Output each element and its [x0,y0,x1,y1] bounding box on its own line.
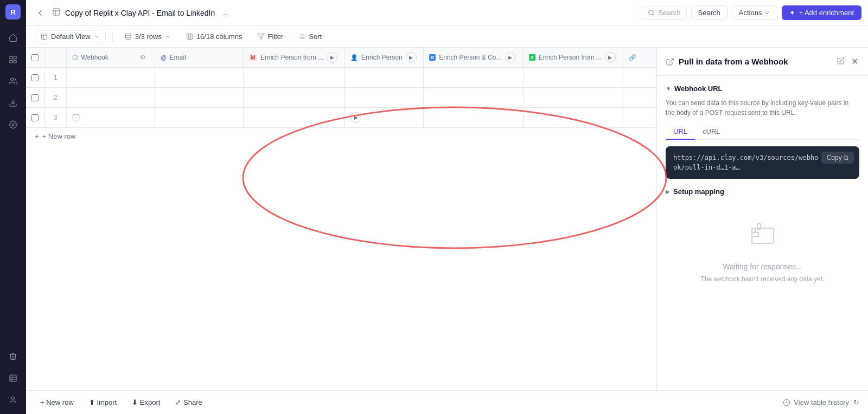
row2-checkbox[interactable] [31,94,39,101]
table-row: 2 [26,88,656,108]
add-enrichment-button[interactable]: ✦ + Add enrichment [782,5,861,20]
actions-button[interactable]: Actions [732,5,778,20]
row1-enrich4-cell [523,68,623,88]
empty-desc: The webhook hasn't received any data yet… [701,274,825,284]
svg-rect-0 [10,56,12,59]
toolbar: Default View 3/3 rows 16/18 columns Filt… [26,26,868,48]
row1-email-cell [155,68,244,88]
enrich4-play-button[interactable]: ▶ [605,52,616,63]
user-avatar[interactable]: R [5,4,21,20]
left-sidebar: R [0,0,26,414]
row3-checkbox[interactable] [31,114,39,121]
svg-rect-2 [10,60,12,63]
row1-number: 1 [44,68,67,88]
row2-number: 2 [44,88,67,108]
select-all-checkbox[interactable] [31,54,39,61]
sidebar-item-grid[interactable] [4,51,22,68]
row2-checkbox-cell[interactable] [26,88,44,108]
copy-button[interactable]: Copy ⧉ [821,152,854,164]
enrich3-column-header[interactable]: B Enrich Person & Co... ▶ [424,48,524,68]
enrich3-play-button[interactable]: ▶ [505,52,516,63]
row1-checkbox[interactable] [31,74,39,81]
data-table: ⬡ Webhook ⚙ @ Email [26,48,656,128]
tab-curl[interactable]: cURL [695,124,728,140]
tab-url[interactable]: URL [666,124,695,140]
content-area: ⬡ Webhook ⚙ @ Email [26,48,868,390]
view-table-history-button[interactable]: View table history [783,398,849,406]
import-button[interactable]: ⬆ Import [84,396,122,409]
sidebar-item-download[interactable] [4,94,22,112]
svg-marker-26 [258,34,264,40]
sidebar-item-settings[interactable] [4,116,22,133]
right-panel: Pull in data from a Webhook ✕ ▼ Webhook … [656,48,868,390]
sidebar-item-table[interactable] [4,370,22,387]
svg-point-11 [11,397,14,399]
svg-point-15 [649,10,654,15]
svg-rect-1 [14,56,16,59]
row1-enrich1-cell [243,68,344,88]
row3-enrich3-cell [424,108,524,128]
page-title: Copy of Replit x Clay API - Email to Lin… [65,9,215,17]
table-row: 1 [26,68,656,88]
sidebar-item-home[interactable] [4,29,22,47]
extra-column-header[interactable]: 🔗 [623,48,656,68]
panel-close-button[interactable]: ✕ [850,55,859,68]
row1-enrich2-cell [345,68,424,88]
row3-email-cell [155,108,244,128]
chevron-down-icon: ▼ [666,86,671,92]
row1-checkbox-cell[interactable] [26,68,44,88]
back-button[interactable] [33,5,48,21]
more-button[interactable]: ... [219,7,229,19]
checkbox-header[interactable] [26,48,44,68]
row3-enrich4-cell [523,108,623,128]
s-icon: S [529,54,535,61]
row-num-header [44,48,67,68]
sort-button[interactable]: Sort [293,30,327,43]
row3-play-button[interactable]: ▶ [350,112,361,123]
webhook-url-box: https://api.clay.com/v3/sources/webhook/… [666,146,859,179]
svg-point-6 [12,124,14,126]
main-area: Copy of Replit x Clay API - Email to Lin… [26,0,868,414]
setup-mapping-section-header[interactable]: ▶ Setup mapping [666,187,859,196]
row3-number: 3 [44,108,67,128]
panel-edit-button[interactable] [836,56,846,67]
webhook-url-section-header[interactable]: ▼ Webhook URL [666,85,859,93]
search-button[interactable]: Search [691,5,727,20]
bottom-new-row-button[interactable]: + New row [35,396,79,409]
svg-rect-20 [125,34,131,40]
enrich2-column-header[interactable]: 👤 Enrich Person ▶ [345,48,424,68]
new-row-button[interactable]: + + New row [26,128,656,145]
row3-checkbox-cell[interactable] [26,108,44,128]
enrich4-column-header[interactable]: S Enrich Person from ... ▶ [523,48,623,68]
share-button[interactable]: ⤢ Share [170,396,207,409]
sidebar-item-trash[interactable] [4,348,22,365]
search-box: Search [642,6,686,20]
webhook-settings-icon[interactable]: ⚙ [136,51,149,64]
row2-enrich3-cell [424,88,524,108]
refresh-button[interactable]: ↻ [853,398,859,406]
row2-enrich2-cell [345,88,424,108]
row3-webhook-cell [67,108,155,128]
m-icon: M [249,54,257,61]
enrich1-column-header[interactable]: M Enrich Person from ... ▶ [243,48,344,68]
filter-button[interactable]: Filter [252,30,289,43]
row2-webhook-cell [67,88,155,108]
enrich2-play-button[interactable]: ▶ [406,52,417,63]
row1-webhook-cell [67,68,155,88]
email-column-header[interactable]: @ Email [155,48,244,68]
table-area[interactable]: ⬡ Webhook ⚙ @ Email [26,48,656,390]
columns-button[interactable]: 16/18 columns [181,30,248,43]
webhook-panel-icon [666,57,674,66]
panel-header: Pull in data from a Webhook ✕ [657,48,868,76]
panel-title: Pull in data from a Webhook [679,57,832,66]
sidebar-item-users[interactable] [4,73,22,90]
view-selector[interactable]: Default View [35,30,106,43]
sidebar-item-profile[interactable] [4,391,22,409]
svg-line-16 [653,14,654,15]
row3-enrich2-cell[interactable]: ▶ [345,108,424,128]
svg-line-31 [669,59,673,62]
enrich1-play-button[interactable]: ▶ [327,52,337,63]
export-button[interactable]: ⬇ Export [126,396,165,409]
rows-button[interactable]: 3/3 rows [119,30,176,43]
webhook-column-header[interactable]: ⬡ Webhook ⚙ [67,48,155,68]
